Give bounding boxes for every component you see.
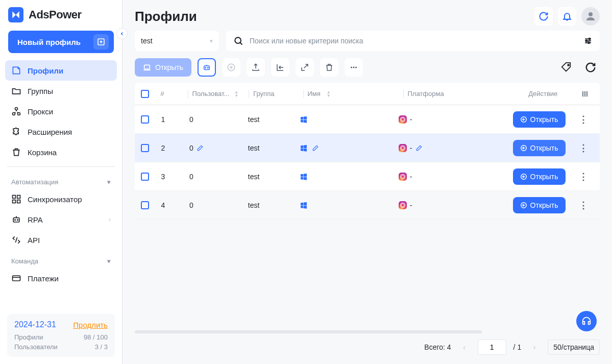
column-group[interactable]: Группа — [253, 90, 303, 98]
cell-group: test — [248, 115, 300, 124]
sidebar-item-rpa[interactable]: RPA › — [5, 209, 117, 230]
svg-rect-7 — [17, 196, 20, 199]
section-label: Команда — [11, 257, 38, 265]
sidebar-item-proxy[interactable]: Прокси — [5, 101, 117, 122]
row-more-button[interactable]: ⋮ — [579, 171, 588, 182]
sidebar-item-profiles[interactable]: Профили — [5, 60, 117, 81]
row-more-button[interactable]: ⋮ — [579, 142, 588, 154]
sidebar: AdsPower Новый профиль Профили Группы Пр… — [0, 0, 123, 364]
sidebar-item-extensions[interactable]: Расширения — [5, 122, 117, 142]
toolbar-import-button[interactable] — [271, 58, 289, 77]
sidebar-item-label: Синхронизатор — [28, 195, 82, 204]
new-profile-plus-icon — [93, 34, 109, 50]
table: # Пользоват... ▲▼ Группа Имя ▲▼ Платформ… — [123, 83, 612, 324]
sidebar-item-label: Группы — [28, 87, 53, 95]
cell-user: 0 — [189, 144, 248, 152]
sidebar-item-api[interactable]: API — [5, 230, 117, 250]
table-row: 4 0 test - Открыть — [135, 191, 600, 220]
section-automation[interactable]: Автоматизация ▾ — [5, 171, 117, 189]
toolbar-share-button[interactable] — [296, 58, 314, 77]
license-card: 2024-12-31 Продлить Профили 98 / 100 Пол… — [7, 314, 115, 357]
column-num[interactable]: # — [160, 90, 187, 98]
refresh-button[interactable] — [534, 7, 553, 26]
column-action: Действие — [510, 90, 576, 98]
toolbar-open-button[interactable]: Открыть — [135, 58, 191, 77]
sidebar-item-groups[interactable]: Группы — [5, 81, 117, 101]
row-open-button[interactable]: Открыть — [513, 197, 566, 213]
sort-icon: ▲▼ — [234, 90, 238, 98]
prev-page-button[interactable]: ‹ — [458, 341, 471, 353]
license-profiles-value: 98 / 100 — [84, 333, 108, 341]
sidebar-item-payments[interactable]: Платежи — [5, 268, 117, 288]
svg-point-15 — [589, 12, 593, 16]
select-all-checkbox[interactable] — [141, 90, 149, 98]
toolbar-close-button[interactable] — [222, 58, 240, 77]
toolbar-rpa-button[interactable] — [198, 58, 216, 77]
row-more-button[interactable]: ⋮ — [579, 114, 588, 125]
collapse-sidebar-button[interactable] — [116, 28, 128, 39]
row-checkbox[interactable] — [141, 115, 149, 124]
edit-icon[interactable] — [415, 144, 423, 152]
cell-group: test — [248, 201, 300, 209]
topbar-actions — [534, 7, 600, 26]
table-row: 2 0 test - — [135, 134, 600, 162]
cell-num: 2 — [161, 144, 189, 152]
instagram-icon — [399, 115, 407, 124]
toolbar-reload-button[interactable] — [581, 58, 600, 77]
cell-platform: - — [399, 201, 505, 209]
column-settings-button[interactable] — [576, 90, 594, 98]
row-checkbox[interactable] — [141, 144, 149, 152]
new-profile-label: Новый профиль — [17, 38, 81, 46]
cell-user: 0 — [189, 173, 248, 181]
svg-point-3 — [15, 108, 18, 110]
sidebar-item-sync[interactable]: Синхронизатор — [5, 189, 117, 209]
windows-icon — [300, 144, 308, 152]
cell-num: 3 — [161, 173, 189, 181]
column-user[interactable]: Пользоват... ▲▼ — [192, 90, 249, 98]
page-size-select[interactable]: 50/страница — [548, 339, 600, 355]
column-name[interactable]: Имя ▲▼ — [307, 90, 403, 98]
instagram-icon — [399, 173, 407, 181]
toolbar-more-button[interactable] — [345, 58, 363, 77]
filter-icon[interactable] — [583, 36, 593, 45]
cell-group: test — [248, 173, 300, 181]
total-count: Всего: 4 — [424, 343, 451, 351]
row-open-button[interactable]: Открыть — [513, 111, 566, 128]
row-open-button[interactable]: Открыть — [513, 168, 566, 185]
column-platform[interactable]: Платформа — [407, 90, 509, 98]
next-page-button[interactable]: › — [528, 341, 541, 353]
row-open-button[interactable]: Открыть — [513, 140, 566, 156]
row-checkbox[interactable] — [141, 173, 149, 181]
row-checkbox[interactable] — [141, 201, 149, 209]
support-fab[interactable] — [576, 311, 597, 331]
puzzle-icon — [11, 127, 21, 137]
logo-row: AdsPower — [0, 0, 122, 28]
group-select[interactable]: test ▾ — [135, 31, 219, 51]
toolbar-tag-button[interactable] — [557, 58, 575, 77]
edit-icon[interactable] — [197, 144, 204, 152]
license-profiles-label: Профили — [14, 333, 43, 341]
search-row: test ▾ — [123, 31, 612, 58]
toolbar-delete-button[interactable] — [320, 58, 338, 77]
svg-rect-8 — [13, 200, 16, 203]
toolbar-export-button[interactable] — [247, 58, 265, 77]
search-input[interactable] — [250, 37, 577, 45]
row-more-button[interactable]: ⋮ — [579, 200, 588, 211]
chevron-down-icon: ▾ — [107, 257, 111, 265]
license-renew-link[interactable]: Продлить — [73, 321, 108, 329]
license-users-value: 3 / 3 — [95, 343, 108, 351]
new-profile-button[interactable]: Новый профиль — [8, 31, 114, 53]
table-row: 1 0 test - Открыть — [135, 105, 600, 134]
svg-point-11 — [15, 220, 16, 221]
avatar[interactable] — [581, 7, 600, 26]
edit-icon[interactable] — [312, 144, 319, 152]
section-team[interactable]: Команда ▾ — [5, 250, 117, 268]
windows-icon — [300, 173, 308, 181]
main: Профили test ▾ — [123, 0, 612, 364]
svg-point-27 — [205, 67, 206, 68]
sidebar-item-label: Профили — [28, 66, 63, 75]
notifications-button[interactable] — [558, 7, 576, 26]
page-input[interactable] — [478, 339, 506, 355]
sidebar-item-trash[interactable]: Корзина — [5, 142, 117, 162]
nav-divider — [7, 166, 115, 167]
